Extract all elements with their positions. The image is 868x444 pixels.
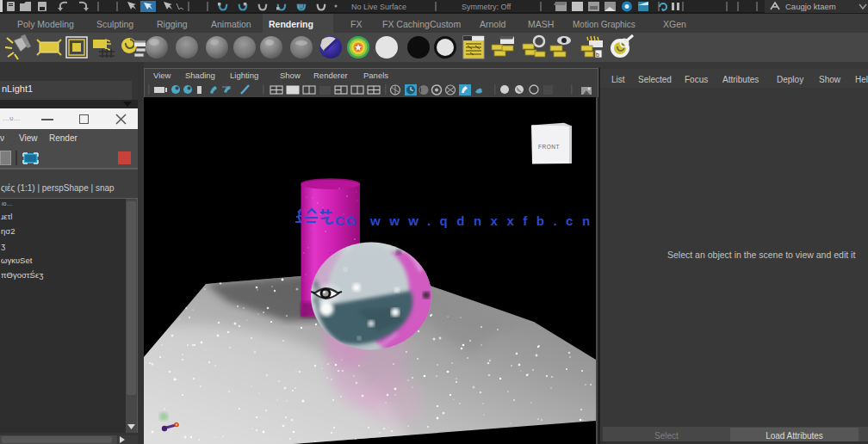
svg-text:FRONT: FRONT: [538, 144, 560, 150]
svg-text:No Live Surface: No Live Surface: [351, 3, 406, 11]
svg-text:www.qdnxxfb.cn: www.qdnxxfb.cn: [369, 213, 598, 228]
svg-text:CG: CG: [335, 213, 357, 228]
svg-text:Caugjo ktaem: Caugjo ktaem: [785, 2, 836, 11]
svg-text:Symmetry: Off: Symmetry: Off: [462, 3, 512, 11]
svg-text:b: b: [596, 52, 599, 58]
